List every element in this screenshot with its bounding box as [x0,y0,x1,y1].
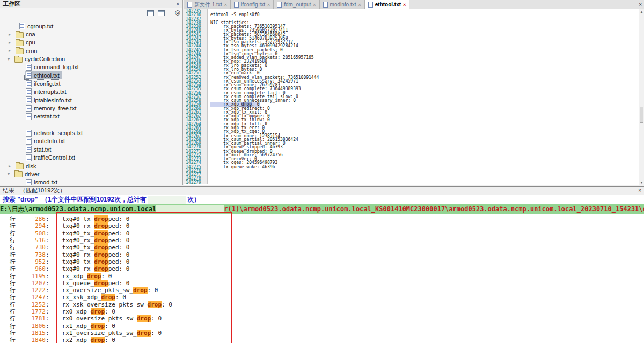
results-header: 结果 - （匹配10192次） × [0,187,644,195]
result-row[interactable]: 行960:txq#0_rx_dropped: 0 [0,265,644,272]
match-highlight: drop [101,294,115,301]
tree-item-lsmod-txt[interactable]: lsmod.txt [0,178,181,185]
tree-item-ifconfig-txt[interactable]: ifconfig.txt [0,79,181,87]
scroll-up-icon[interactable]: ▲ [639,9,644,14]
result-row[interactable]: 行1840:rx2_xdp_drop: 0 [0,337,644,343]
chevron-right-icon[interactable]: ▸ [9,40,14,45]
tree-item-label: routeInfo.txt [34,138,65,144]
tree-item-driver[interactable]: ▾driver [0,170,181,178]
close-icon[interactable]: × [176,1,179,7]
chevron-down-icon[interactable]: ▾ [8,57,13,62]
result-row[interactable]: 行294:txq#0_rx_dropped: 0 [0,222,644,229]
match-suffix: : 0 [105,323,115,330]
chevron-right-icon[interactable]: ▸ [9,48,14,53]
result-row[interactable]: 行1815:rx1_oversize_pkts_sw_drop: 0 [0,330,644,337]
scrollbar-thumb[interactable] [640,107,643,123]
document-icon [277,2,282,8]
tree-item-stat-txt[interactable]: stat.txt [0,145,181,153]
result-row[interactable]: 行952:txq#0_tx_dropped: 0 [0,258,644,265]
result-row[interactable]: 行1195:rx_xdp_drop: 0 [0,272,644,279]
tree-item-label: driver [25,171,40,177]
tree-item-label: iptablesInfo.txt [34,97,72,103]
match-suffix: : 0 [105,308,115,315]
result-row[interactable]: 行1207:tx_queue_dropped: 0 [0,280,644,287]
result-row[interactable]: 行1252:rx_xsk_oversize_pkts_sw_drop: 0 [0,301,644,308]
tree-item-cron[interactable]: ▸cron [0,47,181,55]
tab-close-icon[interactable]: × [267,2,270,8]
result-row[interactable]: 行1772:rx0_xdp_drop: 0 [0,308,644,315]
tab-close-icon[interactable]: × [403,2,406,8]
tree-item-trafficcontrol-txt[interactable]: trafficControl.txt [0,154,181,162]
collapse-all-icon[interactable] [147,10,154,16]
match-suffix: ped: 0 [108,215,130,222]
close-icon[interactable]: × [638,188,641,193]
tab-label: 新文件 1.txt [194,1,222,9]
document-icon [234,2,239,8]
result-line-number: 516 [16,237,46,244]
editor-scrollbar[interactable]: ▲ ▼ [639,9,644,185]
tree-item-label: lsmod.txt [34,179,57,185]
match-text: rx_oversize_pkts_sw_drop: 0 [62,287,158,294]
result-row[interactable]: 行1806:rx1_xdp_drop: 0 [0,322,644,329]
tree-item-label: network_scripts.txt [34,130,83,136]
tree-item-ethtool-txt[interactable]: ethtool.txt [0,71,181,79]
tree-item-cpu[interactable]: ▸cpu [0,39,181,47]
folder-icon [16,32,24,38]
result-line-number: 286 [16,215,46,222]
chevron-right-icon[interactable]: ▸ [9,32,14,37]
result-line-number: 1772 [16,308,46,315]
expand-all-icon[interactable] [158,10,165,16]
tree-item-disk[interactable]: ▸disk [0,162,181,170]
chevron-right-icon[interactable]: ▸ [9,163,14,168]
tree-item-label: stat.txt [34,146,51,153]
match-suffix: ped: 0 [108,251,130,258]
result-row[interactable]: 行1247:rx_xsk_xdp_drop: 0 [0,294,644,301]
line-text: ethtool -S enp1s0f0 [208,13,260,17]
tab-modinfo-txt[interactable]: modinfo.txt× [320,0,365,9]
match-prefix: rx2_xdp_ [62,337,91,343]
match-prefix: rx_xdp_ [62,273,87,280]
tree-item-network-scripts-txt[interactable]: network_scripts.txt [0,129,181,137]
tree-item-command-log-txt[interactable]: command_log.txt [0,63,181,71]
tab-ifconfig-txt[interactable]: ifconfig.txt× [231,0,274,9]
line-number: 142279 [184,181,208,184]
result-file-path[interactable]: E:\日志\armod0523.odata.ncmp.unicom.local … [0,204,644,214]
result-row[interactable]: 行286:txq#0_tx_dropped: 0 [0,215,644,222]
editor-body[interactable]: 142235142236ethtool -S enp1s0f0142237142… [184,9,639,185]
tab-close-icon[interactable]: × [313,2,316,8]
result-line-number: 1815 [16,330,46,337]
tree-item-cna[interactable]: ▸cna [0,30,181,38]
tree-item-cgroup-txt[interactable]: cgroup.txt [0,22,181,30]
separator: : [46,315,49,322]
tree-item-interrupts-txt[interactable]: interrupts.txt [0,88,181,96]
tree-item-redacted [0,121,181,129]
result-row[interactable]: 行508:txq#0_tx_dropped: 0 [0,230,644,237]
match-text: rx_xsk_oversize_pkts_sw_drop: 0 [62,301,172,308]
result-row[interactable]: 行738:txq#0_rx_dropped: 0 [0,251,644,258]
tab-1-txt[interactable]: 新文件 1.txt× [184,0,231,9]
result-row[interactable]: 行730:txq#0_tx_dropped: 0 [0,244,644,251]
scroll-down-icon[interactable]: ▼ [639,180,644,185]
result-row[interactable]: 行1781:rx0_oversize_pkts_sw_drop: 0 [0,315,644,322]
tree-item-inner: driver [13,170,42,178]
match-text: rx_xdp_drop: 0 [62,273,112,280]
close-icon[interactable]: × [636,2,644,8]
tree-item-routeinfo-txt[interactable]: routeInfo.txt [0,137,181,145]
editor-line: 142277 [184,173,639,176]
tab-ethtool-txt[interactable]: ethtool.txt× [365,0,410,9]
tree-item-iptablesinfo-txt[interactable]: iptablesInfo.txt [0,96,181,104]
tab-fdm-output[interactable]: fdm_output× [274,0,319,9]
tree-item-memory-free-txt[interactable]: memory_free.txt [0,104,181,112]
tab-close-icon[interactable]: × [224,2,227,8]
match-highlight: drop [91,308,105,315]
locate-file-icon[interactable]: ◎ [175,9,180,16]
tree-item-cycliccollection[interactable]: ▾cyclicCollection [0,55,181,63]
result-row[interactable]: 行516:txq#0_rx_dropped: 0 [0,237,644,244]
tab-close-icon[interactable]: × [358,2,361,8]
result-line-number: 1840 [16,337,46,343]
result-line-number: 730 [16,244,46,251]
result-row[interactable]: 行1222:rx_oversize_pkts_sw_drop: 0 [0,287,644,294]
chevron-down-icon[interactable]: ▾ [8,172,13,176]
file-icon [26,64,32,71]
tree-item-netstat-txt[interactable]: netstat.txt [0,113,181,121]
